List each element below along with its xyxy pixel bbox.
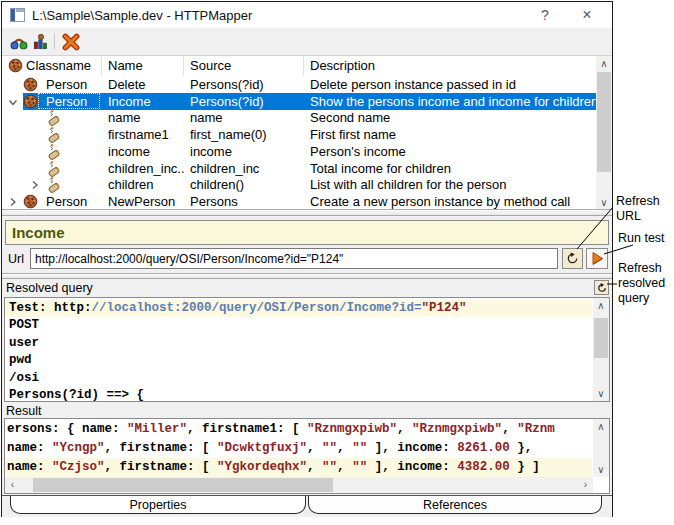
tab-references[interactable]: References (308, 496, 602, 514)
cell-classname (40, 160, 102, 177)
scrollbar-thumb[interactable] (597, 72, 611, 172)
cell-source: income (184, 143, 304, 160)
scroll-down-icon[interactable]: ∨ (593, 386, 609, 401)
horizontal-splitter[interactable] (2, 209, 612, 216)
table-row[interactable]: firstname1first_name(0)First first name (2, 126, 596, 143)
window-title: L:\Sample\Sample.dev - HTTPMapper (32, 8, 252, 23)
cell-description: List with all children for the person (304, 176, 596, 193)
delete-icon[interactable] (60, 31, 82, 52)
cell-name: children_inc... (102, 160, 184, 177)
cell-source: Persons(?id) (184, 93, 304, 110)
url-label: Url (8, 252, 24, 266)
cell-description: Total income for children (304, 160, 596, 177)
play-icon (590, 251, 605, 266)
column-header-classname[interactable]: Classname (2, 56, 102, 76)
result-label: Result (6, 404, 41, 418)
scroll-up-icon[interactable]: ∧ (593, 298, 609, 313)
bottom-tab-bar: Properties References (2, 495, 612, 517)
tree-vertical-scrollbar[interactable]: ∧ ∨ (596, 56, 612, 210)
cell-source: Persons(?id) (184, 76, 304, 93)
chart-icon[interactable] (30, 31, 52, 52)
cell-name: income (102, 143, 184, 160)
code-line: user (5, 335, 592, 352)
result-horizontal-scrollbar[interactable]: ‹ › (5, 477, 593, 493)
cell-classname (40, 176, 102, 193)
table-row[interactable]: incomeincomePerson's income (2, 143, 596, 160)
cell-name: children (102, 176, 184, 193)
table-row[interactable]: PersonIncomePersons(?id)Show the persons… (2, 93, 596, 110)
cell-description: First first name (304, 126, 596, 143)
url-input[interactable] (30, 248, 558, 269)
toolbar-separator (54, 33, 55, 50)
cell-description: Create a new person instance by method c… (304, 193, 596, 210)
resolved-query-label: Resolved query (6, 281, 93, 295)
column-header-source[interactable]: Source (184, 56, 304, 76)
table-row[interactable]: PersonNewPersonPersonsCreate a new perso… (2, 193, 596, 210)
app-icon (10, 8, 25, 22)
table-row[interactable]: childrenchildren()List with all children… (2, 176, 596, 193)
annotation-run-test: Run test (618, 231, 665, 246)
cell-description: Second name (304, 109, 596, 126)
code-line: POST (5, 317, 592, 334)
cell-classname: Person (40, 193, 102, 210)
mapping-tree-grid: Classname Name Source Description Person… (2, 55, 612, 210)
resolved-query-vertical-scrollbar[interactable]: ∧ ∨ (593, 298, 609, 401)
class-icon (23, 194, 38, 209)
scroll-up-icon[interactable]: ∧ (593, 419, 609, 434)
cell-classname (40, 109, 102, 126)
table-row[interactable]: PersonDeletePersons(?id)Delete person in… (2, 76, 596, 93)
cell-name: Delete (102, 76, 184, 93)
close-button[interactable]: × (570, 2, 604, 28)
cell-source: first_name(0) (184, 126, 304, 143)
relation-icon[interactable] (8, 31, 30, 52)
table-row[interactable]: children_inc...children_incTotal income … (2, 160, 596, 177)
toolbar (2, 28, 612, 55)
focus-rectangle (38, 93, 100, 109)
class-icon (23, 77, 38, 92)
refresh-icon (566, 252, 579, 265)
code-line: Persons(?id) ==> { (5, 387, 592, 402)
resolved-query-pane[interactable]: Test: http://localhost:2000/query/OSI/Pe… (4, 297, 610, 402)
cell-name: Income (102, 93, 184, 110)
code-line: name: "Czjso", firstname: [ "Ygkordeqhx"… (5, 458, 592, 477)
scroll-down-icon[interactable]: ∨ (596, 195, 612, 210)
annotation-refresh-url: Refresh URL (616, 194, 660, 224)
cell-classname (40, 126, 102, 143)
scrollbar-thumb[interactable] (33, 478, 333, 492)
scroll-left-icon[interactable]: ‹ (5, 477, 20, 493)
code-line: ersons: { name: "Miller", firstname1: [ … (5, 420, 592, 439)
scroll-right-icon[interactable]: › (578, 477, 593, 493)
refresh-resolved-query-button[interactable] (594, 280, 609, 295)
code-line: /osi (5, 370, 592, 387)
scrollbar-thumb[interactable] (594, 318, 608, 358)
cell-classname: Person (40, 76, 102, 93)
run-test-button[interactable] (586, 248, 608, 269)
table-row[interactable]: namenameSecond name (2, 109, 596, 126)
grid-header: Classname Name Source Description (2, 56, 596, 76)
scroll-down-icon[interactable]: ∨ (593, 462, 609, 477)
chevron-down-icon[interactable] (6, 95, 20, 109)
cell-name: NewPerson (102, 193, 184, 210)
cell-source: children_inc (184, 160, 304, 177)
cell-name: firstname1 (102, 126, 184, 143)
cell-description: Person's income (304, 143, 596, 160)
cell-classname (40, 143, 102, 160)
help-button[interactable]: ? (528, 2, 562, 28)
cell-source: children() (184, 176, 304, 193)
cell-source: name (184, 109, 304, 126)
result-vertical-scrollbar[interactable]: ∧ ∨ (593, 419, 609, 477)
app-window: L:\Sample\Sample.dev - HTTPMapper ? × (1, 1, 613, 517)
refresh-url-button[interactable] (562, 248, 583, 269)
horizontal-splitter-2[interactable] (2, 273, 612, 279)
tab-properties[interactable]: Properties (10, 496, 306, 514)
chevron-right-icon[interactable] (6, 195, 20, 209)
annotation-refresh-resolved-query: Refresh resolved query (618, 261, 665, 306)
selected-mapping-header: Income (5, 220, 609, 245)
result-pane[interactable]: ersons: { name: "Miller", firstname1: [ … (4, 418, 610, 494)
code-line: pwd (5, 352, 592, 369)
column-header-name[interactable]: Name (102, 56, 184, 76)
column-header-description[interactable]: Description (304, 56, 596, 76)
code-line: Test: http://localhost:2000/query/OSI/Pe… (5, 300, 592, 317)
scroll-up-icon[interactable]: ∧ (596, 56, 612, 71)
cell-description: Delete person instance passed in id (304, 76, 596, 93)
